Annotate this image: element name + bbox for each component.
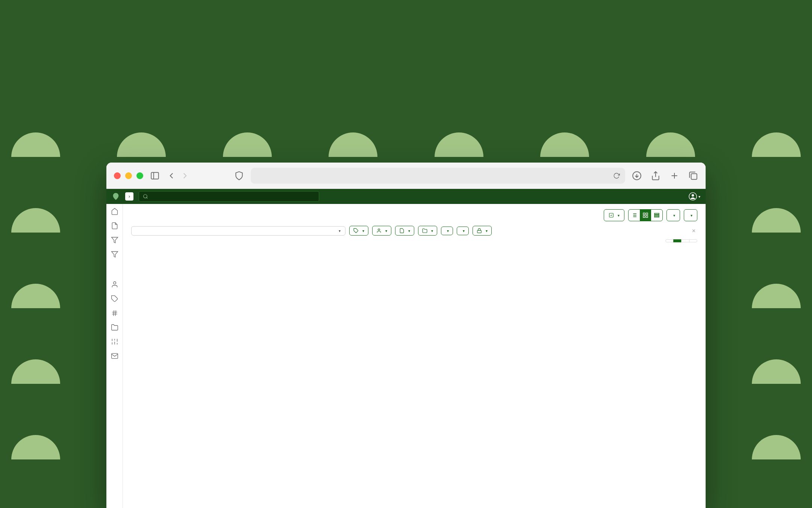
documents-icon[interactable] <box>111 222 118 230</box>
storage-filter[interactable]: ▾ <box>418 226 437 236</box>
close-window-icon[interactable] <box>114 172 121 179</box>
paperless-logo-icon <box>112 192 120 201</box>
svg-line-18 <box>115 310 116 316</box>
sidebar-toggle-icon[interactable] <box>150 171 160 181</box>
svg-marker-12 <box>111 237 118 243</box>
maximize-window-icon[interactable] <box>136 172 143 179</box>
refresh-icon[interactable] <box>613 172 620 179</box>
svg-point-8 <box>144 195 147 198</box>
svg-line-9 <box>147 198 148 199</box>
pager-2[interactable] <box>681 239 689 242</box>
svg-rect-7 <box>691 173 697 179</box>
compact-view-button[interactable] <box>651 210 662 221</box>
share-icon[interactable] <box>651 171 661 181</box>
svg-rect-38 <box>477 230 482 233</box>
list-view-button[interactable] <box>629 210 640 221</box>
new-tab-icon[interactable] <box>670 171 679 181</box>
pager-next[interactable] <box>689 239 697 242</box>
svg-point-11 <box>692 194 694 196</box>
dashboard-icon[interactable] <box>111 208 118 215</box>
filter-row: ▾ ▾ ▾ ▾ ▾ ▾ ▾ ▾ ✕ <box>131 226 697 236</box>
svg-rect-30 <box>643 213 645 215</box>
svg-line-17 <box>113 310 114 316</box>
traffic-lights <box>114 172 143 179</box>
funnel-icon[interactable] <box>111 236 118 244</box>
tags-filter[interactable]: ▾ <box>349 226 368 236</box>
pager-1[interactable] <box>673 239 682 242</box>
select-button[interactable]: ▾ <box>604 209 624 221</box>
pager-prev[interactable] <box>665 239 674 242</box>
back-icon[interactable] <box>167 171 176 181</box>
tabs-overview-icon[interactable] <box>688 171 698 181</box>
browser-window: › ▾ ▾ <box>106 163 706 508</box>
svg-point-37 <box>378 229 380 231</box>
svg-rect-36 <box>654 216 659 217</box>
title-content-filter[interactable]: ▾ <box>131 226 345 236</box>
svg-rect-35 <box>654 215 659 216</box>
sort-button[interactable]: ▾ <box>667 209 680 221</box>
svg-rect-31 <box>646 213 648 215</box>
svg-rect-0 <box>151 172 159 179</box>
browser-chrome <box>106 163 706 189</box>
correspondent-filter[interactable]: ▾ <box>372 226 391 236</box>
app-header: › ▾ <box>106 189 706 204</box>
created-filter[interactable]: ▾ <box>441 227 453 235</box>
sidebar <box>106 204 123 508</box>
folder-icon[interactable] <box>111 324 118 331</box>
forward-icon[interactable] <box>180 171 190 181</box>
minimize-window-icon[interactable] <box>125 172 132 179</box>
toggle-sidebar-button[interactable]: › <box>125 192 133 201</box>
view-toggle <box>628 209 663 221</box>
added-filter[interactable]: ▾ <box>457 227 469 235</box>
svg-rect-25 <box>111 353 118 358</box>
svg-rect-34 <box>654 213 659 214</box>
reset-filters-button[interactable]: ✕ <box>692 228 697 234</box>
funnel-alt-icon[interactable] <box>111 251 118 258</box>
shield-icon[interactable] <box>234 171 244 181</box>
user-menu[interactable]: ▾ <box>689 192 700 201</box>
search-icon <box>143 194 148 199</box>
grid-view-button[interactable] <box>640 210 651 221</box>
download-icon[interactable] <box>632 171 642 181</box>
user-icon[interactable] <box>111 281 118 288</box>
permissions-filter[interactable]: ▾ <box>473 226 492 236</box>
user-icon <box>689 192 697 201</box>
hash-icon[interactable] <box>111 309 118 317</box>
url-bar[interactable] <box>251 168 625 184</box>
views-button[interactable]: ▾ <box>684 209 697 221</box>
sliders-icon[interactable] <box>111 338 118 345</box>
svg-rect-32 <box>646 216 648 217</box>
doctype-filter[interactable]: ▾ <box>395 226 414 236</box>
main-content: ▾ ▾ ▾ ▾ ▾ ▾ ▾ ▾ ▾ ▾ ▾ <box>123 204 706 508</box>
pager <box>666 239 697 242</box>
mail-icon[interactable] <box>111 352 118 360</box>
svg-marker-13 <box>111 252 118 257</box>
tag-icon[interactable] <box>111 295 118 303</box>
svg-point-14 <box>113 282 116 284</box>
svg-rect-33 <box>643 216 645 217</box>
search-input[interactable] <box>139 191 319 202</box>
